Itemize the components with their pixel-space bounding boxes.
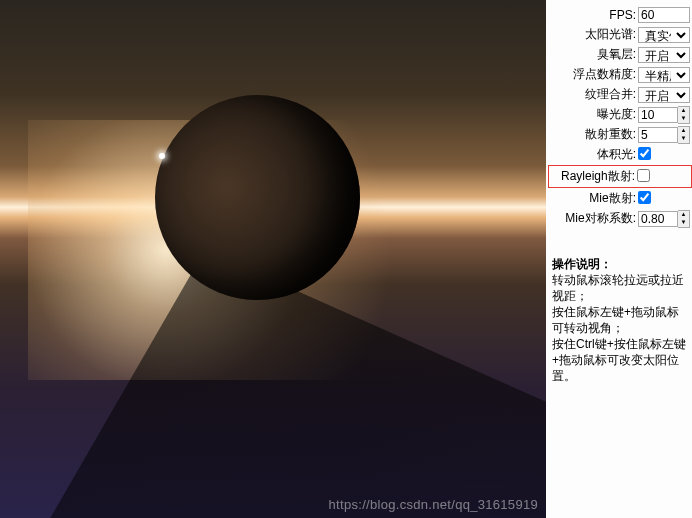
rayleigh-checkbox[interactable] [637, 169, 650, 182]
mie-g-spinner[interactable]: ▲▼ [678, 210, 690, 228]
rayleigh-row-highlight: Rayleigh散射: [548, 165, 692, 188]
exposure-spinner[interactable]: ▲▼ [678, 106, 690, 124]
scatter-weight-label: 散射重数: [585, 126, 636, 143]
precision-label: 浮点数精度: [573, 66, 636, 83]
instructions-line-1: 转动鼠标滚轮拉远或拉近视距； [552, 273, 684, 303]
exposure-label: 曝光度: [597, 106, 636, 123]
spectrum-select[interactable]: 真实值 [638, 27, 690, 43]
ozone-select[interactable]: 开启 [638, 47, 690, 63]
instructions-line-2: 按住鼠标左键+拖动鼠标可转动视角； [552, 305, 679, 335]
instructions-title: 操作说明： [552, 257, 612, 271]
mie-g-input[interactable] [638, 211, 678, 227]
planet-sphere [155, 95, 360, 300]
watermark-text: https://blog.csdn.net/qq_31615919 [329, 497, 538, 512]
texmerge-select[interactable]: 开启 [638, 87, 690, 103]
instructions-block: 操作说明： 转动鼠标滚轮拉远或拉近视距； 按住鼠标左键+拖动鼠标可转动视角； 按… [548, 256, 690, 384]
fps-input[interactable] [638, 7, 690, 23]
render-viewport[interactable]: https://blog.csdn.net/qq_31615919 [0, 0, 546, 518]
instructions-line-3: 按住Ctrl键+按住鼠标左键+拖动鼠标可改变太阳位置。 [552, 337, 686, 383]
mie-label: Mie散射: [589, 190, 636, 207]
precision-select[interactable]: 半精度 [638, 67, 690, 83]
ozone-label: 臭氧层: [597, 46, 636, 63]
fps-label: FPS: [609, 8, 636, 22]
volumetric-checkbox[interactable] [638, 147, 651, 160]
exposure-input[interactable] [638, 107, 678, 123]
texmerge-label: 纹理合并: [585, 86, 636, 103]
volumetric-label: 体积光: [597, 146, 636, 163]
sun-point [159, 153, 165, 159]
rayleigh-label: Rayleigh散射: [561, 168, 635, 185]
mie-checkbox[interactable] [638, 191, 651, 204]
spectrum-label: 太阳光谱: [585, 26, 636, 43]
scatter-weight-spinner[interactable]: ▲▼ [678, 126, 690, 144]
mie-g-label: Mie对称系数: [565, 210, 636, 227]
settings-panel: FPS: 太阳光谱: 真实值 臭氧层: 开启 浮点数精度: 半精度 纹理合并: … [546, 0, 692, 518]
scatter-weight-input[interactable] [638, 127, 678, 143]
